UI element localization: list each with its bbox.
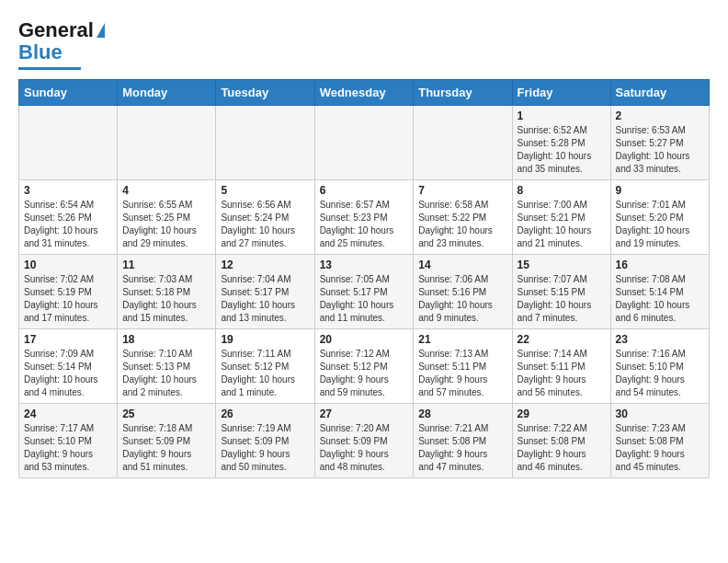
- day-number: 3: [24, 184, 112, 197]
- day-number: 6: [320, 184, 409, 197]
- day-number: 30: [616, 408, 704, 420]
- day-info: Sunrise: 6:54 AM Sunset: 5:26 PM Dayligh…: [24, 199, 112, 250]
- calendar-cell: 25Sunrise: 7:18 AM Sunset: 5:09 PM Dayli…: [118, 404, 216, 478]
- day-info: Sunrise: 6:57 AM Sunset: 5:23 PM Dayligh…: [320, 199, 409, 250]
- day-info: Sunrise: 6:56 AM Sunset: 5:24 PM Dayligh…: [221, 199, 309, 250]
- day-number: 14: [418, 259, 506, 271]
- day-number: 2: [616, 109, 704, 122]
- calendar-cell: 20Sunrise: 7:12 AM Sunset: 5:12 PM Dayli…: [314, 329, 414, 404]
- calendar-cell: 5Sunrise: 6:56 AM Sunset: 5:24 PM Daylig…: [216, 180, 314, 255]
- day-number: 12: [221, 259, 309, 271]
- day-info: Sunrise: 7:10 AM Sunset: 5:13 PM Dayligh…: [122, 348, 210, 399]
- calendar-cell: 9Sunrise: 7:01 AM Sunset: 5:20 PM Daylig…: [610, 180, 709, 255]
- day-info: Sunrise: 7:11 AM Sunset: 5:12 PM Dayligh…: [221, 348, 309, 399]
- day-number: 21: [418, 333, 506, 346]
- day-number: 9: [616, 184, 704, 197]
- day-info: Sunrise: 7:12 AM Sunset: 5:12 PM Dayligh…: [320, 348, 409, 399]
- calendar-week-5: 24Sunrise: 7:17 AM Sunset: 5:10 PM Dayli…: [19, 404, 710, 478]
- calendar-cell: 10Sunrise: 7:02 AM Sunset: 5:19 PM Dayli…: [19, 255, 118, 329]
- calendar-cell: 30Sunrise: 7:23 AM Sunset: 5:08 PM Dayli…: [610, 404, 709, 478]
- calendar-week-2: 3Sunrise: 6:54 AM Sunset: 5:26 PM Daylig…: [19, 180, 710, 255]
- day-info: Sunrise: 7:16 AM Sunset: 5:10 PM Dayligh…: [616, 348, 704, 399]
- calendar-cell: 13Sunrise: 7:05 AM Sunset: 5:17 PM Dayli…: [314, 255, 414, 329]
- day-number: 27: [320, 408, 409, 420]
- calendar-cell: [414, 106, 512, 180]
- day-number: 15: [518, 259, 606, 271]
- calendar-cell: [216, 106, 314, 180]
- calendar-cell: 12Sunrise: 7:04 AM Sunset: 5:17 PM Dayli…: [216, 255, 314, 329]
- day-info: Sunrise: 7:21 AM Sunset: 5:08 PM Dayligh…: [418, 422, 506, 474]
- day-info: Sunrise: 7:23 AM Sunset: 5:08 PM Dayligh…: [616, 422, 704, 474]
- day-info: Sunrise: 7:14 AM Sunset: 5:11 PM Dayligh…: [518, 348, 606, 399]
- calendar-cell: 21Sunrise: 7:13 AM Sunset: 5:11 PM Dayli…: [414, 329, 512, 404]
- calendar-cell: 22Sunrise: 7:14 AM Sunset: 5:11 PM Dayli…: [512, 329, 610, 404]
- calendar-week-1: 1Sunrise: 6:52 AM Sunset: 5:28 PM Daylig…: [19, 106, 710, 180]
- day-number: 1: [518, 109, 606, 122]
- day-info: Sunrise: 7:20 AM Sunset: 5:09 PM Dayligh…: [320, 422, 409, 474]
- col-header-tuesday: Tuesday: [216, 80, 314, 106]
- calendar-cell: 28Sunrise: 7:21 AM Sunset: 5:08 PM Dayli…: [414, 404, 512, 478]
- day-number: 22: [518, 333, 606, 346]
- day-number: 16: [616, 259, 704, 271]
- day-info: Sunrise: 6:55 AM Sunset: 5:25 PM Dayligh…: [122, 199, 210, 250]
- day-info: Sunrise: 7:06 AM Sunset: 5:16 PM Dayligh…: [418, 273, 506, 325]
- day-info: Sunrise: 7:07 AM Sunset: 5:15 PM Dayligh…: [518, 273, 606, 325]
- col-header-friday: Friday: [512, 80, 610, 106]
- calendar-cell: 15Sunrise: 7:07 AM Sunset: 5:15 PM Dayli…: [512, 255, 610, 329]
- day-number: 26: [221, 408, 309, 420]
- logo-triangle-icon: [97, 23, 105, 38]
- col-header-thursday: Thursday: [414, 80, 512, 106]
- day-number: 11: [122, 259, 210, 271]
- day-number: 23: [616, 333, 704, 346]
- day-info: Sunrise: 6:52 AM Sunset: 5:28 PM Dayligh…: [518, 124, 606, 176]
- col-header-wednesday: Wednesday: [314, 80, 414, 106]
- calendar-cell: [19, 106, 118, 180]
- calendar-week-4: 17Sunrise: 7:09 AM Sunset: 5:14 PM Dayli…: [19, 329, 710, 404]
- page-header: General Blue: [18, 18, 710, 70]
- calendar-cell: 14Sunrise: 7:06 AM Sunset: 5:16 PM Dayli…: [414, 255, 512, 329]
- day-number: 20: [320, 333, 409, 346]
- logo-underline: [18, 67, 81, 70]
- day-number: 7: [418, 184, 506, 197]
- day-info: Sunrise: 7:09 AM Sunset: 5:14 PM Dayligh…: [24, 348, 112, 399]
- calendar-cell: 18Sunrise: 7:10 AM Sunset: 5:13 PM Dayli…: [118, 329, 216, 404]
- col-header-saturday: Saturday: [610, 80, 709, 106]
- calendar-cell: 1Sunrise: 6:52 AM Sunset: 5:28 PM Daylig…: [512, 106, 610, 180]
- day-info: Sunrise: 7:19 AM Sunset: 5:09 PM Dayligh…: [221, 422, 309, 474]
- day-info: Sunrise: 7:08 AM Sunset: 5:14 PM Dayligh…: [616, 273, 704, 325]
- calendar-cell: 17Sunrise: 7:09 AM Sunset: 5:14 PM Dayli…: [19, 329, 118, 404]
- calendar-cell: [118, 106, 216, 180]
- day-number: 18: [122, 333, 210, 346]
- calendar-cell: 23Sunrise: 7:16 AM Sunset: 5:10 PM Dayli…: [610, 329, 709, 404]
- calendar-cell: 11Sunrise: 7:03 AM Sunset: 5:18 PM Dayli…: [118, 255, 216, 329]
- day-number: 5: [221, 184, 309, 197]
- day-number: 25: [122, 408, 210, 420]
- calendar-week-3: 10Sunrise: 7:02 AM Sunset: 5:19 PM Dayli…: [19, 255, 710, 329]
- calendar-cell: 16Sunrise: 7:08 AM Sunset: 5:14 PM Dayli…: [610, 255, 709, 329]
- day-number: 8: [518, 184, 606, 197]
- day-info: Sunrise: 7:22 AM Sunset: 5:08 PM Dayligh…: [518, 422, 606, 474]
- calendar-cell: 2Sunrise: 6:53 AM Sunset: 5:27 PM Daylig…: [610, 106, 709, 180]
- calendar-cell: 6Sunrise: 6:57 AM Sunset: 5:23 PM Daylig…: [314, 180, 414, 255]
- calendar-cell: 19Sunrise: 7:11 AM Sunset: 5:12 PM Dayli…: [216, 329, 314, 404]
- day-info: Sunrise: 7:05 AM Sunset: 5:17 PM Dayligh…: [320, 273, 409, 325]
- day-number: 24: [24, 408, 112, 420]
- day-number: 13: [320, 259, 409, 271]
- day-number: 28: [418, 408, 506, 420]
- day-info: Sunrise: 7:00 AM Sunset: 5:21 PM Dayligh…: [518, 199, 606, 250]
- calendar-cell: 29Sunrise: 7:22 AM Sunset: 5:08 PM Dayli…: [512, 404, 610, 478]
- day-number: 29: [518, 408, 606, 420]
- logo: General Blue: [18, 18, 105, 70]
- logo-text-blue: Blue: [18, 40, 63, 64]
- day-number: 17: [24, 333, 112, 346]
- day-info: Sunrise: 6:53 AM Sunset: 5:27 PM Dayligh…: [616, 124, 704, 176]
- day-number: 10: [24, 259, 112, 271]
- day-number: 19: [221, 333, 309, 346]
- day-info: Sunrise: 7:01 AM Sunset: 5:20 PM Dayligh…: [616, 199, 704, 250]
- calendar-cell: 7Sunrise: 6:58 AM Sunset: 5:22 PM Daylig…: [414, 180, 512, 255]
- day-info: Sunrise: 7:03 AM Sunset: 5:18 PM Dayligh…: [122, 273, 210, 325]
- calendar-cell: 26Sunrise: 7:19 AM Sunset: 5:09 PM Dayli…: [216, 404, 314, 478]
- logo-text-general: General: [18, 18, 94, 42]
- day-info: Sunrise: 7:17 AM Sunset: 5:10 PM Dayligh…: [24, 422, 112, 474]
- day-info: Sunrise: 6:58 AM Sunset: 5:22 PM Dayligh…: [418, 199, 506, 250]
